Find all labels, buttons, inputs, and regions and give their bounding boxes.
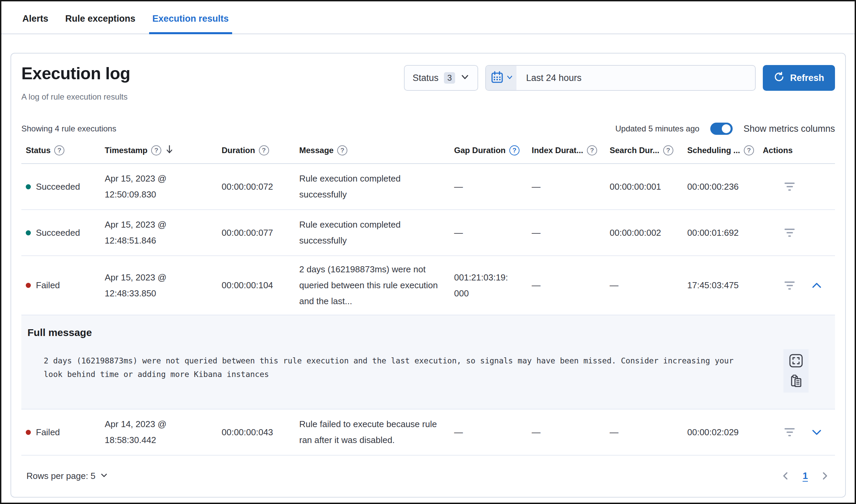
column-header-scheduling-delay[interactable]: Scheduling ... <box>687 145 763 156</box>
help-icon[interactable] <box>259 145 269 156</box>
column-label: Status <box>26 146 51 155</box>
refresh-button[interactable]: Refresh <box>763 65 835 91</box>
timestamp-cell: Apr 15, 2023 @12:48:33.850 <box>105 270 221 302</box>
search-duration-cell: 00:00:00:001 <box>610 179 687 195</box>
actions-cell <box>763 227 835 239</box>
fullscreen-icon[interactable] <box>788 353 803 368</box>
status-cell: Succeeded <box>21 179 105 195</box>
search-duration-cell: — <box>610 277 687 293</box>
filter-actions-icon[interactable] <box>783 426 797 438</box>
timestamp-cell: Apr 15, 2023 @12:48:51.846 <box>105 217 221 249</box>
rows-per-page-label: Rows per page: 5 <box>26 471 95 481</box>
status-dot-failed <box>26 430 31 435</box>
status-cell: Succeeded <box>21 225 105 241</box>
chevron-down-icon <box>461 72 469 84</box>
tab-execution-results[interactable]: Execution results <box>152 1 229 34</box>
help-icon[interactable] <box>54 145 65 156</box>
table-meta-row: Showing 4 rule executions Updated 5 minu… <box>21 123 835 135</box>
help-icon[interactable] <box>337 145 347 156</box>
timestamp-date: Apr 15, 2023 @ <box>105 171 212 187</box>
status-dot-success <box>26 230 31 235</box>
filter-actions-icon[interactable] <box>783 181 797 193</box>
refresh-button-label: Refresh <box>790 73 824 83</box>
timestamp-time: 12:48:51.846 <box>105 233 212 249</box>
column-header-index-duration[interactable]: Index Durat... <box>532 145 610 156</box>
duration-cell: 00:00:00:043 <box>221 425 299 440</box>
index-duration-cell: — <box>532 179 610 195</box>
show-metrics-toggle-label: Show metrics columns <box>744 124 835 134</box>
previous-page-button[interactable] <box>781 471 790 481</box>
table-footer: Rows per page: 5 1 <box>21 455 835 481</box>
chevron-down-icon <box>100 471 108 481</box>
column-label: Scheduling ... <box>687 146 740 155</box>
column-label: Duration <box>221 146 255 155</box>
status-cell: Failed <box>21 425 105 440</box>
gap-duration-cell: — <box>454 225 521 241</box>
status-label: Failed <box>36 277 60 293</box>
status-label: Failed <box>36 425 60 440</box>
filter-actions-icon[interactable] <box>783 280 797 292</box>
index-duration-cell: — <box>532 425 610 440</box>
table-row: Succeeded Apr 15, 2023 @12:50:09.830 00:… <box>21 164 835 210</box>
panel-title-block: Execution log A log of rule execution re… <box>21 64 130 102</box>
index-duration-cell: — <box>532 277 610 293</box>
column-header-search-duration[interactable]: Search Dur... <box>610 145 687 156</box>
help-icon[interactable] <box>744 145 754 156</box>
date-range-value[interactable]: Last 24 hours <box>516 66 582 90</box>
date-picker-quick-menu[interactable] <box>486 66 516 90</box>
message-cell: Rule execution completed successfully <box>299 171 454 202</box>
filter-actions-icon[interactable] <box>783 227 797 239</box>
scheduling-delay-cell: 17:45:03:475 <box>687 277 763 293</box>
full-message-panel: Full message 2 days (162198873ms) were n… <box>21 315 835 410</box>
panel-header: Execution log A log of rule execution re… <box>21 64 835 102</box>
page-number-button[interactable]: 1 <box>802 470 808 481</box>
rows-per-page-button[interactable]: Rows per page: 5 <box>26 471 108 481</box>
column-label: Timestamp <box>105 146 147 155</box>
timestamp-date: Apr 15, 2023 @ <box>105 270 212 286</box>
tab-label: Execution results <box>153 14 229 24</box>
show-metrics-toggle[interactable] <box>710 123 733 135</box>
timestamp-cell: Apr 15, 2023 @12:50:09.830 <box>105 171 221 202</box>
column-header-duration[interactable]: Duration <box>221 145 299 156</box>
status-filter-count-badge: 3 <box>444 72 455 84</box>
column-label: Search Dur... <box>610 146 659 155</box>
tab-alerts[interactable]: Alerts <box>22 1 49 34</box>
help-icon[interactable] <box>151 145 161 156</box>
last-updated: Updated 5 minutes ago <box>616 124 699 133</box>
filter-controls: Status 3 <box>404 65 835 91</box>
collapse-row-button[interactable] <box>811 280 822 291</box>
next-page-button[interactable] <box>820 471 830 481</box>
column-header-status[interactable]: Status <box>21 145 105 156</box>
actions-cell <box>763 280 835 292</box>
gap-duration-cell: — <box>454 425 521 440</box>
help-icon[interactable] <box>663 145 673 156</box>
scheduling-delay-cell: 00:00:01:692 <box>687 225 763 241</box>
timestamp-time: 12:48:33.850 <box>105 286 212 302</box>
column-header-timestamp[interactable]: Timestamp <box>105 144 221 157</box>
column-header-message[interactable]: Message <box>299 145 454 156</box>
timestamp-cell: Apr 14, 2023 @18:58:30.442 <box>105 416 221 448</box>
help-icon[interactable] <box>509 145 519 156</box>
date-picker[interactable]: Last 24 hours <box>485 65 756 91</box>
message-cell: 2 days (162198873ms) were not queried be… <box>299 262 454 309</box>
status-filter-label: Status <box>413 73 439 83</box>
tab-rule-exceptions[interactable]: Rule exceptions <box>65 1 136 34</box>
code-block-controls <box>784 349 808 393</box>
column-label: Actions <box>763 146 792 155</box>
status-dot-failed <box>26 283 31 288</box>
gap-duration-cell: — <box>454 179 521 195</box>
column-header-gap-duration[interactable]: Gap Duration <box>454 145 532 156</box>
copy-icon[interactable] <box>788 374 803 389</box>
expand-row-button[interactable] <box>811 427 822 438</box>
sort-desc-icon[interactable] <box>165 144 174 157</box>
duration-cell: 00:00:00:104 <box>221 277 299 293</box>
chevron-down-icon <box>506 74 513 82</box>
scheduling-delay-cell: 00:00:00:236 <box>687 179 763 195</box>
status-filter-button[interactable]: Status 3 <box>404 65 479 91</box>
actions-cell <box>763 426 835 438</box>
help-icon[interactable] <box>587 145 597 156</box>
table-header-row: Status Timestamp Duration Message Gap Du… <box>21 144 835 164</box>
execution-log-panel: Execution log A log of rule execution re… <box>11 53 846 498</box>
timestamp-time: 18:58:30.442 <box>105 432 212 448</box>
search-duration-cell: — <box>610 425 687 440</box>
